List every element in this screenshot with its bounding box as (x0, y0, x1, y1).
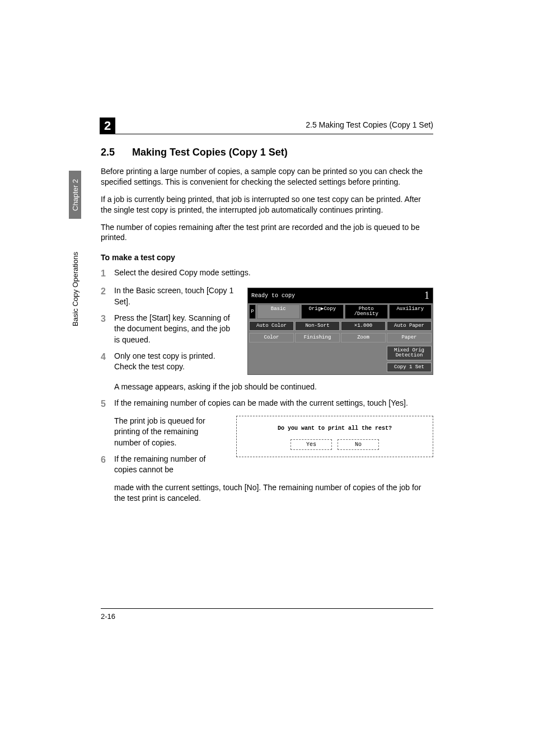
step-3: 3 Press the [Start] key. Scanning of the… (101, 313, 237, 345)
lcd-label-color: Color (249, 333, 294, 342)
lcd-label-paper: Paper (387, 333, 432, 342)
step-subtext: The print job is queued for printing of … (114, 416, 226, 448)
side-section-label: Basic Copy Operations (67, 245, 83, 334)
step-5-sub: The print job is queued for printing of … (101, 416, 226, 448)
step-6-start: 6 If the remaining number of copies cann… (101, 454, 226, 476)
page-number: 2-16 (101, 612, 115, 621)
procedure-heading: To make a test copy (101, 253, 433, 262)
step-subtext: A message appears, asking if the job sho… (114, 382, 433, 392)
step-number: 6 (101, 454, 114, 476)
step-6-cont: made with the current settings, touch [N… (101, 482, 433, 504)
lcd-tab-photo-density[interactable]: Photo /Density (345, 304, 388, 319)
lcd-label-zoom: Zoom (341, 333, 386, 342)
lcd-tab-orig-copy[interactable]: Orig▶Copy (301, 304, 344, 319)
step-2: 2 In the Basic screen, touch [Copy 1 Set… (101, 285, 237, 307)
step-number: 5 (101, 398, 114, 410)
intro-para-2: If a job is currently being printed, tha… (101, 194, 433, 215)
step-text: Press the [Start] key. Scanning of the d… (114, 313, 237, 345)
lcd-confirm-dialog: Do you want to print all the rest? Yes N… (236, 416, 433, 457)
step-text-cont: made with the current settings, touch [N… (114, 482, 433, 504)
step-4-sub: A message appears, asking if the job sho… (101, 382, 433, 392)
lcd-confirm-question: Do you want to print all the rest? (242, 425, 427, 431)
lcd-tab-basic[interactable]: Basic (257, 304, 300, 319)
lcd-btn-no[interactable]: No (338, 439, 379, 450)
step-5: 5 If the remaining number of copies can … (101, 398, 433, 410)
step-text: Only one test copy is printed. Check the… (114, 351, 216, 371)
lcd-status-text: Ready to copy (251, 293, 295, 299)
chapter-number-tab: 2 (100, 118, 115, 134)
step-number: 2 (101, 285, 114, 307)
lcd-p-icon: P (249, 304, 256, 319)
lcd-label-finishing: Finishing (295, 333, 340, 342)
section-number: 2.5 (101, 147, 132, 158)
lcd-btn-zoom-value[interactable]: ×1.000 (341, 321, 386, 331)
lcd-btn-non-sort[interactable]: Non-Sort (295, 321, 340, 331)
step-4: 4 Only one test copy is printed. Check t… (101, 351, 237, 373)
section-title: Making Test Copies (Copy 1 Set) (132, 147, 288, 158)
step-number: 4 (101, 351, 114, 373)
lcd-btn-auto-color[interactable]: Auto Color (249, 321, 294, 331)
step-text-partial: If the remaining number of copies cannot… (114, 454, 226, 476)
step-1: 1 Select the desired Copy mode settings. (101, 267, 433, 280)
lcd-btn-yes[interactable]: Yes (291, 439, 332, 450)
lcd-tab-auxiliary[interactable]: Auxiliary (389, 304, 432, 319)
step-text: Select the desired Copy mode settings. (114, 267, 433, 280)
lcd-btn-mixed-orig[interactable]: Mixed Orig Detection (387, 346, 432, 360)
intro-para-3: The number of copies remaining after the… (101, 222, 433, 243)
step-text: In the Basic screen, touch [Copy 1 Set]. (114, 285, 237, 307)
section-heading: 2.5Making Test Copies (Copy 1 Set) (101, 147, 433, 158)
step-text: If the remaining number of copies can be… (114, 398, 433, 410)
lcd-btn-copy-1-set[interactable]: Copy 1 Set (387, 363, 432, 372)
intro-para-1: Before printing a large number of copies… (101, 166, 433, 187)
lcd-basic-screen: Ready to copy 1 P Basic Orig▶Copy Photo … (247, 288, 433, 375)
lcd-copy-count: 1 (424, 290, 429, 302)
running-head: 2.5 Making Test Copies (Copy 1 Set) (115, 120, 433, 134)
lcd-btn-auto-paper[interactable]: Auto Paper (387, 321, 432, 331)
step-number: 3 (101, 313, 114, 345)
side-chapter-label: Chapter 2 (69, 171, 81, 219)
step-number: 1 (101, 267, 114, 280)
